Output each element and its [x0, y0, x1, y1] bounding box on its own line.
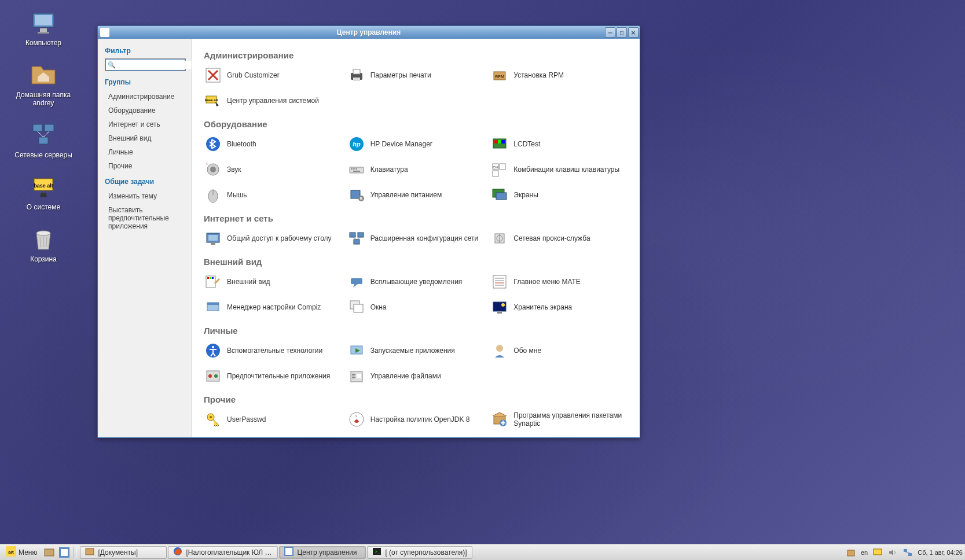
settings-item-bluetooth[interactable]: Bluetooth — [204, 135, 342, 153]
desktop-icons-area: Компьютер Домашняя папка andrey Сетевые … — [12, 9, 75, 263]
section-title: Администрирование — [204, 50, 628, 60]
sidebar-group-item[interactable]: Внешний вид — [105, 131, 185, 145]
firefox-icon — [173, 547, 182, 558]
tray-volume-icon[interactable] — [887, 547, 898, 558]
startup-icon — [348, 342, 365, 359]
settings-item-lcd[interactable]: LCDTest — [490, 135, 628, 153]
sidebar-tasks-heading: Общие задачи — [105, 178, 185, 186]
settings-item-power[interactable]: Управление питанием — [347, 186, 485, 204]
svg-line-56 — [357, 237, 361, 240]
svg-rect-54 — [354, 240, 359, 244]
settings-item-compiz[interactable]: Менеджер настройки Compiz — [204, 298, 342, 316]
svg-rect-18 — [353, 78, 360, 81]
sidebar-task-item[interactable]: Выставить предпочтительные приложения — [105, 203, 185, 233]
settings-item-about-me[interactable]: Обо мне — [490, 341, 628, 360]
window-titlebar[interactable]: Центр управления ─ □ ✕ — [98, 26, 640, 39]
settings-item-openjdk[interactable]: Настройка политик OpenJDK 8 — [347, 410, 485, 429]
taskbar-window-button[interactable]: >_[ (от суперпользователя)] — [367, 546, 472, 559]
settings-item-sound[interactable]: Звук — [204, 160, 342, 179]
settings-item-grub[interactable]: Grub Customizer — [204, 66, 342, 84]
settings-item-windows[interactable]: Окна — [347, 298, 485, 316]
taskbar-show-desktop-button[interactable] — [43, 546, 56, 559]
desktop-icon-home[interactable]: Домашняя папка andrey — [12, 61, 75, 107]
tray-display-icon[interactable] — [872, 547, 883, 558]
taskbar-window-button[interactable]: [Документы] — [80, 546, 167, 559]
settings-item-displays[interactable]: Экраны — [490, 186, 628, 204]
settings-item-hp[interactable]: hpHP Device Manager — [347, 135, 485, 153]
settings-item-printer[interactable]: Параметры печати — [347, 66, 485, 84]
keyboard-layout-indicator[interactable]: en — [861, 549, 868, 556]
window-maximize-button[interactable]: □ — [617, 27, 627, 38]
sidebar-task-item[interactable]: Изменить тему — [105, 189, 185, 203]
desktop-icon-trash[interactable]: Корзина — [12, 225, 75, 263]
mate-menu-icon — [491, 274, 508, 290]
tray-network-icon[interactable] — [902, 547, 913, 558]
window-close-button[interactable]: ✕ — [628, 27, 639, 38]
sidebar-group-item[interactable]: Личные — [105, 145, 185, 159]
svg-rect-62 — [210, 277, 211, 279]
settings-item-shortcuts[interactable]: CtrlКомбинации клавиш клавиатуры — [490, 160, 628, 179]
settings-item-label: LCDTest — [513, 140, 540, 148]
sidebar-filter-heading: Фильтр — [105, 47, 185, 55]
taskbar-window-button[interactable]: [Налогоплательщик ЮЛ | ... — [168, 546, 278, 559]
settings-item-alt-center[interactable]: base altЦентр управления системой — [204, 91, 342, 110]
settings-item-appearance[interactable]: Внешний вид — [204, 272, 342, 291]
settings-item-startup[interactable]: Запускаемые приложения — [347, 341, 485, 360]
sidebar-search-input[interactable] — [118, 61, 192, 69]
userpasswd-icon — [205, 411, 221, 428]
sidebar-search[interactable]: 🔍 — [105, 58, 186, 71]
sidebar-group-item[interactable]: Оборудование — [105, 104, 185, 117]
svg-rect-50 — [208, 235, 218, 241]
sidebar-group-item[interactable]: Прочие — [105, 159, 185, 173]
svg-rect-52 — [350, 233, 355, 237]
svg-rect-61 — [207, 277, 209, 279]
desktop-icon-label: Корзина — [30, 255, 57, 263]
windows-icon — [348, 299, 365, 315]
rpm-icon: RPM — [491, 67, 508, 83]
svg-rect-4 — [33, 124, 42, 131]
settings-item-label: Звук — [227, 165, 241, 174]
svg-line-55 — [353, 237, 357, 240]
svg-rect-98 — [86, 548, 94, 555]
settings-item-notify[interactable]: Всплывающие уведомления — [347, 272, 485, 291]
svg-rect-37 — [353, 171, 360, 172]
window-minimize-button[interactable]: ─ — [605, 27, 615, 38]
settings-item-label: Расширенная конфигурация сети — [370, 234, 478, 242]
taskbar-clock[interactable]: Сб, 1 авг, 04:26 — [918, 549, 963, 556]
settings-item-label: Центр управления системой — [227, 97, 319, 105]
lcd-icon — [491, 136, 508, 152]
settings-item-rpm[interactable]: RPMУстановка RPM — [490, 66, 628, 84]
settings-item-a11y[interactable]: Вспомогательные технологии — [204, 341, 342, 360]
settings-item-synaptic[interactable]: Программа управления пакетами Synaptic — [490, 410, 628, 429]
settings-item-pref-apps[interactable]: Предпочтительные приложения — [204, 367, 342, 385]
sidebar-groups-heading: Группы — [105, 78, 185, 86]
taskbar-control-center-launcher[interactable] — [58, 546, 71, 559]
settings-item-mouse[interactable]: Мышь — [204, 186, 342, 204]
taskbar-window-label: [Налогоплательщик ЮЛ | ... — [186, 548, 273, 557]
settings-item-proxy[interactable]: Сетевая прокси-служба — [490, 229, 628, 248]
settings-item-filemgr[interactable]: Управление файлами — [347, 367, 485, 385]
svg-rect-64 — [351, 278, 362, 284]
settings-item-sharing[interactable]: Общий доступ к рабочему столу — [204, 229, 342, 248]
settings-item-userpasswd[interactable]: UserPasswd — [204, 410, 342, 429]
terminal-icon: >_ — [372, 547, 381, 558]
tray-updates-icon[interactable] — [846, 547, 856, 558]
settings-item-screensaver[interactable]: Хранитель экрана — [490, 298, 628, 316]
settings-item-netconf[interactable]: Расширенная конфигурация сети — [347, 229, 485, 248]
svg-text:base alt: base alt — [205, 98, 218, 102]
section-title: Оборудование — [204, 119, 628, 129]
sidebar-group-item[interactable]: Интернет и сеть — [105, 117, 185, 131]
svg-rect-86 — [352, 377, 355, 378]
desktop-icon-network-servers[interactable]: Сетевые серверы — [12, 121, 75, 159]
sidebar-group-item[interactable]: Администрирование — [105, 90, 185, 104]
desktop-icon-computer[interactable]: Компьютер — [12, 9, 75, 47]
settings-item-label: Управление питанием — [370, 191, 442, 199]
settings-item-mate-menu[interactable]: Главное меню MATE — [490, 272, 628, 291]
settings-item-keyboard[interactable]: Клавиатура — [347, 160, 485, 179]
svg-line-108 — [905, 552, 910, 553]
taskbar-window-button[interactable]: Центр управления — [279, 546, 366, 559]
menu-icon: alt — [6, 546, 16, 558]
svg-line-8 — [43, 131, 49, 137]
taskbar-menu-button[interactable]: alt Меню — [2, 545, 41, 559]
desktop-icon-about-system[interactable]: base alt О системе — [12, 173, 75, 211]
